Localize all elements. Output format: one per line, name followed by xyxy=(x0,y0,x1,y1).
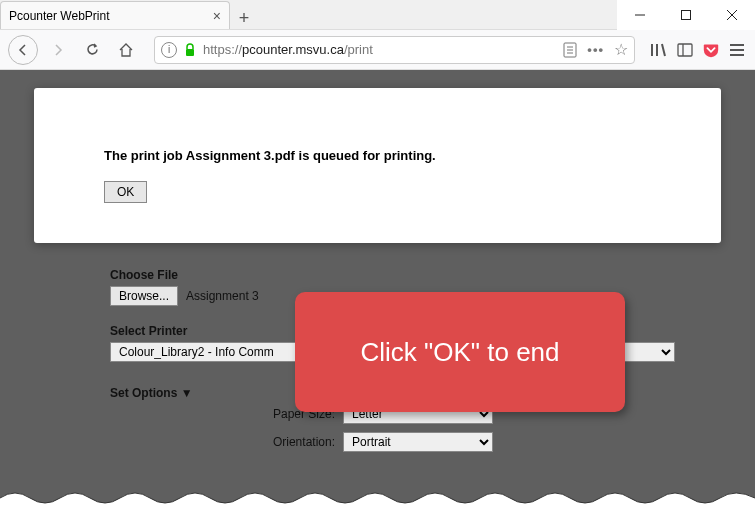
minimize-icon xyxy=(635,10,645,20)
minimize-button[interactable] xyxy=(617,0,663,30)
reload-icon xyxy=(85,42,100,57)
sidebar-button[interactable] xyxy=(675,40,695,60)
new-tab-button[interactable]: + xyxy=(230,8,258,29)
home-button[interactable] xyxy=(112,36,140,64)
menu-button[interactable] xyxy=(727,40,747,60)
choose-file-label: Choose File xyxy=(110,268,675,282)
lock-icon xyxy=(183,43,197,57)
forward-icon xyxy=(51,43,65,57)
back-icon xyxy=(16,43,30,57)
svg-rect-12 xyxy=(678,44,692,56)
tab-strip: Pcounter WebPrint × + xyxy=(0,0,617,29)
home-icon xyxy=(118,42,134,58)
reload-button[interactable] xyxy=(78,36,106,64)
dialog-message: The print job Assignment 3.pdf is queued… xyxy=(104,148,651,163)
tab-active[interactable]: Pcounter WebPrint × xyxy=(0,1,230,29)
maximize-button[interactable] xyxy=(663,0,709,30)
page-actions-icon[interactable]: ••• xyxy=(587,42,604,57)
svg-rect-1 xyxy=(682,11,691,20)
torn-edge xyxy=(0,488,755,506)
close-icon xyxy=(727,10,737,20)
pocket-icon xyxy=(702,41,720,59)
window-controls xyxy=(617,0,755,29)
bookmark-star-icon[interactable]: ☆ xyxy=(614,40,628,59)
hamburger-icon xyxy=(729,43,745,57)
urlbar-actions: ••• ☆ xyxy=(563,40,628,59)
forward-button[interactable] xyxy=(44,36,72,64)
tab-title: Pcounter WebPrint xyxy=(9,9,110,23)
site-info-icon[interactable]: i xyxy=(161,42,177,58)
instruction-callout: Click "OK" to end xyxy=(295,292,625,412)
svg-line-11 xyxy=(662,44,665,56)
browser-window: Pcounter WebPrint × + xyxy=(0,0,755,506)
orientation-select[interactable]: Portrait xyxy=(343,432,493,452)
url-bar[interactable]: i https://pcounter.msvu.ca/print ••• ☆ xyxy=(154,36,635,64)
orientation-row: Orientation: Portrait xyxy=(255,432,675,452)
reader-mode-icon[interactable] xyxy=(563,42,577,58)
ok-button[interactable]: OK xyxy=(104,181,147,203)
pocket-button[interactable] xyxy=(701,40,721,60)
close-tab-icon[interactable]: × xyxy=(213,8,221,24)
page-content: Choose File Browse... Assignment 3 Selec… xyxy=(0,70,755,506)
library-icon xyxy=(650,42,668,58)
toolbar: i https://pcounter.msvu.ca/print ••• ☆ xyxy=(0,30,755,70)
maximize-icon xyxy=(681,10,691,20)
sidebar-icon xyxy=(677,42,693,58)
titlebar: Pcounter WebPrint × + xyxy=(0,0,755,30)
browse-button[interactable]: Browse... xyxy=(110,286,178,306)
close-window-button[interactable] xyxy=(709,0,755,30)
back-button[interactable] xyxy=(8,35,38,65)
callout-text: Click "OK" to end xyxy=(360,337,559,368)
url-text: https://pcounter.msvu.ca/print xyxy=(203,42,373,57)
svg-rect-4 xyxy=(186,49,194,56)
confirmation-dialog: The print job Assignment 3.pdf is queued… xyxy=(34,88,721,243)
orientation-label: Orientation: xyxy=(255,435,335,449)
library-button[interactable] xyxy=(649,40,669,60)
